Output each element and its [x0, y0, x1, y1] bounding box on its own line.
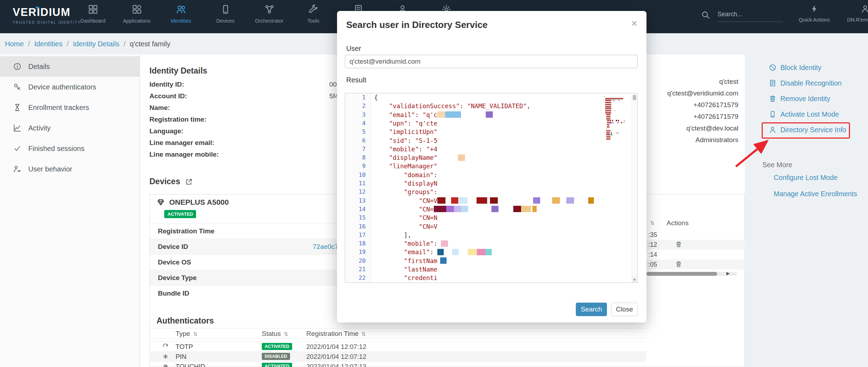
minimap-row: [604, 96, 627, 97]
minimap-segment: [610, 120, 611, 121]
editor-line-number: 16: [345, 222, 366, 231]
search-icon: [701, 11, 710, 19]
scrollbar-thumb[interactable]: [646, 272, 717, 276]
search-button[interactable]: Search: [576, 303, 607, 316]
minimap-row: [604, 130, 627, 132]
minimap-row: [604, 128, 627, 129]
sort-icon[interactable]: ⇅: [193, 331, 197, 337]
nav-item-dashboard[interactable]: Dashboard: [73, 5, 112, 24]
action-activate-lost-mode[interactable]: Activate Lost Mode: [769, 106, 839, 122]
redaction-block: [468, 206, 491, 212]
user-search-input[interactable]: [345, 55, 638, 68]
json-result-editor[interactable]: 1{2 "validationSuccess": "NAME_VALIDATED…: [345, 93, 638, 283]
user-menu[interactable]: DN.R'emuß G...: [842, 5, 868, 23]
action-remove-identity[interactable]: Remove Identity: [769, 91, 830, 106]
scroll-right-icon[interactable]: ▸: [726, 269, 730, 277]
devices-heading: Devices: [149, 177, 193, 186]
redaction-block: [440, 257, 447, 264]
sidebar-item-activity[interactable]: Activity: [0, 118, 140, 138]
editor-line: 19 "email":: [345, 248, 637, 256]
scroll-down-icon[interactable]: ▾: [632, 277, 637, 282]
minimap-segment: [624, 120, 625, 121]
editor-scrollbar-thumb[interactable]: [633, 95, 636, 100]
nav-item-identities[interactable]: Identities: [161, 5, 200, 24]
page-title: Identity Details: [149, 66, 207, 76]
sidebar-item-user-behavior[interactable]: User behavior: [0, 159, 140, 179]
nav-item-orchestrator[interactable]: Orchestrator: [250, 5, 289, 24]
editor-line-number: 13: [345, 197, 366, 205]
editor-line: 8 "displayName": [345, 153, 637, 162]
minimap-segment: [619, 100, 620, 101]
editor-line: 13 "CN=V: [345, 197, 637, 205]
horizontal-scrollbar[interactable]: [646, 272, 737, 276]
authenticator-time: 2022/01/04 12:07:12: [306, 342, 366, 352]
editor-code-text: "CN=: [374, 206, 434, 213]
auth-column-registration-time[interactable]: Registration Time⇅: [306, 328, 366, 339]
tools-icon: [309, 5, 318, 14]
editor-code-text: "CN=N: [374, 214, 437, 221]
minimap-segment: [605, 100, 612, 101]
editor-line: 17 ],: [345, 231, 637, 239]
minimap-row: [604, 102, 627, 103]
editor-code: "displayName": [374, 153, 465, 162]
breadcrumb-link-identity-details[interactable]: Identity Details: [73, 40, 119, 48]
sidebar-item-enrollment-trackers[interactable]: Enrollment trackers: [0, 97, 140, 118]
minimap-segment: [612, 130, 613, 132]
editor-line: 10 "domain":: [345, 171, 637, 179]
auth-column-type[interactable]: Type⇅: [176, 328, 197, 339]
auth-column-status[interactable]: Status⇅: [262, 328, 288, 339]
action-label: Block Identity: [780, 64, 821, 72]
editor-line: 15 "CN=N: [345, 214, 637, 222]
redaction-block: [441, 240, 448, 247]
editor-code-text: "lastName: [374, 266, 437, 273]
minimap-row: [604, 120, 627, 121]
editor-line: 2 "validationSuccess": "NAME_VALIDATED",: [345, 102, 637, 110]
editor-code-text: "validationSuccess": "NAME_VALIDATED",: [374, 103, 531, 110]
redaction-block: [486, 111, 493, 118]
see-more-link-manage-active-enrollments[interactable]: Manage Active Enrollments: [774, 190, 857, 198]
see-more-link-configure-lost-mode[interactable]: Configure Lost Mode: [774, 174, 838, 182]
editor-code-text: "CN=V: [374, 197, 437, 204]
sidebar-item-device-authenticators[interactable]: Device authenticators: [0, 77, 140, 97]
minimap-segment: [606, 128, 607, 129]
minimap-row: [604, 126, 627, 128]
redaction-block: [552, 197, 560, 204]
minimap-segment: [622, 122, 624, 123]
action-block-identity[interactable]: Block Identity: [769, 60, 821, 75]
logo-subtitle: TRUSTED DIGITAL IDENTITY: [13, 20, 81, 24]
redaction-block: [477, 197, 487, 204]
sort-icon[interactable]: ⇅: [361, 331, 366, 337]
editor-line: 9 "lineManager": [345, 162, 637, 170]
doc-icon: [769, 80, 776, 87]
quick-actions-button[interactable]: Quick Actions: [795, 5, 834, 23]
close-button[interactable]: Close: [611, 303, 638, 316]
minimap-segment: [607, 124, 609, 126]
sort-icon[interactable]: ⇅: [650, 218, 655, 228]
nav-item-applications[interactable]: Applications: [117, 5, 156, 24]
editor-line-number: 10: [345, 171, 366, 179]
editor-code: "mobile":: [374, 239, 448, 248]
trash-icon[interactable]: [675, 241, 682, 249]
trash-icon[interactable]: [675, 261, 682, 269]
action-disable-recognition[interactable]: Disable Recognition: [769, 75, 842, 91]
sort-icon[interactable]: ⇅: [284, 331, 288, 337]
search-input[interactable]: Search...: [718, 11, 783, 22]
breadcrumb-link-identities[interactable]: Identities: [34, 40, 63, 48]
editor-vertical-scrollbar[interactable]: ▾: [632, 94, 637, 282]
quick-actions-label: Quick Actions: [795, 17, 834, 23]
sidebar-item-finished-sessions[interactable]: Finished sessions: [0, 138, 140, 159]
veridium-logo[interactable]: VERIDIUM TRUSTED DIGITAL IDENTITY: [13, 6, 81, 24]
nav-item-tools[interactable]: Tools: [294, 5, 333, 24]
authenticator-status: ACTIVATED: [262, 343, 292, 350]
dialog-title: Search user in Directory Service: [346, 19, 488, 30]
nav-item-devices[interactable]: Devices: [206, 5, 245, 24]
breadcrumb-link-home[interactable]: Home: [5, 40, 24, 48]
minimap-segment: [607, 120, 609, 121]
close-icon[interactable]: ×: [631, 18, 637, 29]
minimap-row: [604, 104, 627, 105]
sidebar-item-details[interactable]: Details: [0, 56, 140, 77]
editor-line-number: 7: [345, 145, 366, 153]
external-link-icon[interactable]: [185, 178, 193, 185]
redaction-block: [560, 197, 566, 204]
editor-line-number: 17: [345, 231, 366, 239]
